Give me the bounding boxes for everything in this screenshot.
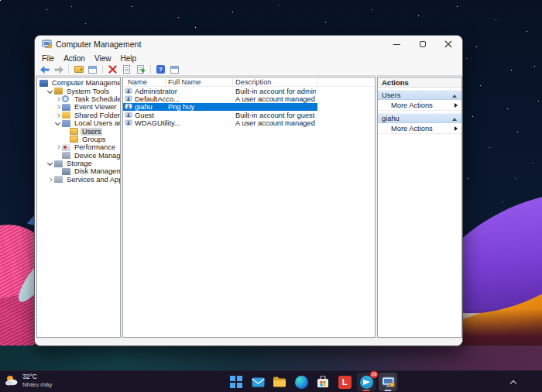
list-header: Name Full Name Description	[123, 77, 375, 87]
maximize-button[interactable]	[410, 36, 435, 53]
local-users-groups-icon	[62, 120, 70, 127]
window-title: Computer Management	[56, 40, 141, 49]
window-controls	[384, 36, 461, 53]
microsoft-store-button[interactable]	[314, 373, 332, 391]
edge-icon	[295, 376, 308, 389]
start-button[interactable]	[227, 373, 245, 391]
submenu-arrow-icon	[455, 126, 458, 131]
toolbar	[35, 64, 462, 76]
tree-item-services-applications[interactable]: Services and Applications	[37, 176, 120, 184]
properties-icon[interactable]	[122, 64, 132, 74]
services-applications-icon	[54, 176, 63, 183]
taskbar: 32°C Nhiều mây	[0, 370, 542, 392]
actions-group-users[interactable]: Users	[378, 90, 461, 100]
telegram-button[interactable]: 29	[357, 373, 376, 391]
edge-button[interactable]	[292, 373, 310, 391]
partly-cloudy-icon	[5, 375, 19, 386]
user-row-guest[interactable]: Guest Built-in account for guest access …	[123, 111, 317, 119]
tree-item-groups[interactable]: Groups	[37, 136, 120, 143]
chevron-spacer	[55, 153, 61, 159]
user-row-wdagutility[interactable]: WDAGUtility... A user account managed an…	[123, 119, 317, 127]
users-more-actions[interactable]: More Actions	[378, 100, 461, 111]
weather-temperature: 32°C	[22, 373, 52, 381]
taskbar-icons: L 29	[227, 373, 397, 391]
active-app-indicator	[385, 390, 392, 391]
l-app-icon: L	[338, 376, 352, 389]
forward-icon[interactable]	[53, 64, 63, 74]
computer-management-icon	[42, 40, 52, 49]
column-header-name[interactable]: Name	[128, 78, 147, 86]
users-folder-icon	[70, 128, 78, 135]
mail-button[interactable]	[249, 373, 267, 391]
chevron-expanded-icon[interactable]	[55, 120, 61, 126]
up-level-icon[interactable]	[74, 64, 84, 74]
file-explorer-button[interactable]	[270, 373, 289, 391]
menu-view[interactable]: View	[94, 54, 111, 63]
menu-action[interactable]: Action	[63, 54, 85, 63]
titlebar[interactable]: Computer Management	[35, 36, 462, 53]
collapse-icon[interactable]	[452, 118, 457, 121]
menu-file[interactable]: File	[42, 54, 54, 63]
actions-pane: Actions Users More Actions giahu More Ac…	[377, 77, 462, 338]
tree-item-shared-folders[interactable]: Shared Folders	[37, 112, 120, 119]
chevron-collapsed-icon[interactable]	[55, 96, 61, 102]
computer-management-app-icon	[382, 377, 395, 388]
menu-help[interactable]: Help	[120, 54, 136, 63]
user-row-administrator[interactable]: Administrator Built-in account for admin…	[123, 87, 317, 95]
device-manager-icon	[62, 152, 70, 159]
weather-widget[interactable]: 32°C Nhiều mây	[5, 373, 52, 388]
user-account-icon	[125, 112, 132, 119]
back-icon[interactable]	[39, 64, 50, 74]
user-row-defaultaccount[interactable]: DefaultAcco... A user account managed by…	[123, 95, 317, 102]
chevron-collapsed-icon[interactable]	[55, 104, 61, 110]
actions-group-giahu[interactable]: giahu	[378, 113, 461, 123]
user-account-icon	[125, 103, 132, 110]
show-hidden-icons-chevron[interactable]	[510, 380, 516, 385]
minimize-icon	[393, 44, 400, 45]
l-app-button[interactable]: L	[335, 373, 354, 391]
tree-item-event-viewer[interactable]: Event Viewer	[37, 103, 120, 111]
tree-item-task-scheduler[interactable]: Task Scheduler	[37, 95, 120, 103]
chevron-collapsed-icon[interactable]	[55, 144, 61, 150]
column-header-full-name[interactable]: Full Name	[168, 78, 201, 86]
task-scheduler-icon	[62, 95, 69, 102]
status-bar	[35, 339, 462, 346]
tree-item-computer-management[interactable]: Computer Management (Local)	[37, 79, 120, 87]
minimize-button[interactable]	[384, 36, 410, 53]
giahu-more-actions[interactable]: More Actions	[378, 123, 461, 134]
submenu-arrow-icon	[455, 103, 458, 108]
close-icon	[444, 40, 452, 48]
actions-pane-title: Actions	[378, 77, 461, 88]
tree-item-performance[interactable]: Performance	[37, 143, 120, 151]
microsoft-store-icon	[317, 376, 329, 388]
computer-management-taskbar-button[interactable]	[379, 373, 397, 391]
help-icon[interactable]	[156, 64, 166, 74]
user-row-giahu-selected[interactable]: giahu Png huy	[123, 103, 317, 111]
chevron-collapsed-icon[interactable]	[47, 177, 53, 183]
attention-indicator	[363, 390, 370, 391]
windows-logo-icon	[230, 376, 242, 388]
user-account-icon	[125, 88, 132, 95]
tree-item-users[interactable]: Users	[37, 127, 120, 135]
column-header-description[interactable]: Description	[235, 78, 272, 86]
tree-item-device-manager[interactable]: Device Manager	[37, 152, 120, 160]
show-console-tree-icon[interactable]	[87, 64, 98, 74]
close-button[interactable]	[435, 36, 461, 53]
tree-item-local-users-groups[interactable]: Local Users and Groups	[37, 119, 120, 127]
tree-item-disk-management[interactable]: Disk Management	[37, 167, 120, 175]
show-action-pane-icon[interactable]	[170, 64, 180, 74]
weather-condition: Nhiều mây	[22, 381, 52, 388]
tree-item-system-tools[interactable]: System Tools	[37, 87, 120, 95]
menu-bar: File Action View Help	[35, 53, 462, 64]
chevron-collapsed-icon[interactable]	[55, 112, 61, 119]
user-account-icon	[125, 119, 132, 126]
delete-icon[interactable]	[108, 64, 118, 74]
disk-management-icon	[62, 168, 70, 175]
chevron-expanded-icon[interactable]	[47, 88, 53, 95]
wallpaper-bottom-band	[0, 346, 542, 370]
export-list-icon[interactable]	[136, 64, 146, 74]
chevron-expanded-icon[interactable]	[47, 160, 53, 167]
collapse-icon[interactable]	[452, 95, 457, 98]
tree-item-storage[interactable]: Storage	[37, 160, 120, 167]
user-account-icon	[125, 95, 132, 102]
